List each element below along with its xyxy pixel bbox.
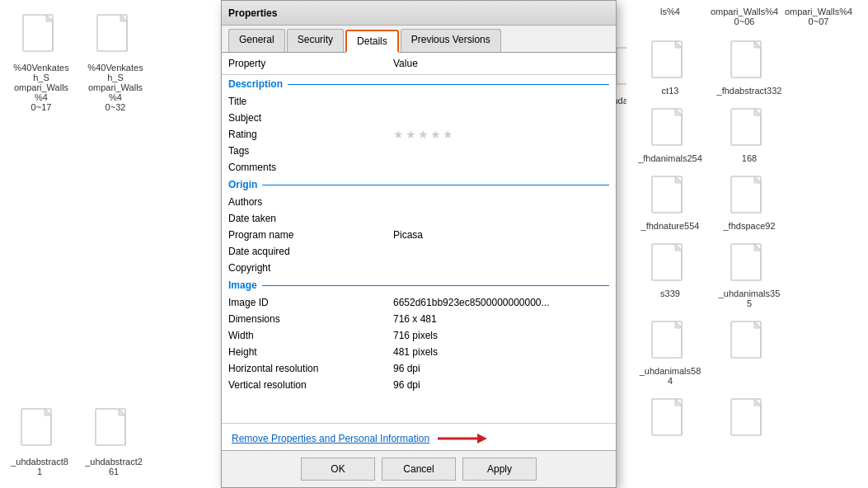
file-icon (21, 13, 61, 59)
properties-table[interactable]: Description Title Subject Rating ★ ★ ★ ★… (222, 75, 616, 423)
properties-dialog: Properties General Security Details Prev… (221, 0, 617, 488)
table-row[interactable]: Horizontal resolution 96 dpi (222, 360, 616, 377)
button-bar: OK Cancel Apply (222, 450, 616, 487)
table-row[interactable]: Height 481 pixels (222, 344, 616, 360)
list-item[interactable]: _uhdabstract81 (7, 402, 73, 481)
list-item[interactable]: _fhdnature554 (633, 171, 707, 234)
table-row[interactable]: Tags (222, 143, 616, 159)
list-item[interactable]: 168 (712, 104, 786, 167)
file-icon (730, 320, 769, 366)
file-icon (94, 407, 134, 453)
tab-security[interactable]: Security (287, 29, 344, 52)
table-row[interactable]: Width 716 pixels (222, 327, 616, 344)
dialog-title-bar: Properties (222, 1, 616, 26)
tab-general[interactable]: General (228, 29, 285, 52)
star-5[interactable]: ★ (443, 128, 453, 141)
star-1[interactable]: ★ (393, 128, 404, 141)
list-item[interactable]: _uhdanimals355 (712, 239, 786, 312)
tab-details[interactable]: Details (345, 30, 399, 53)
list-item[interactable]: _fhdabstract332 (712, 36, 786, 99)
list-item[interactable] (712, 317, 786, 389)
list-item[interactable]: _fhdanimals254 (633, 104, 707, 167)
table-row[interactable]: Title (222, 93, 616, 110)
file-icon (20, 407, 59, 453)
file-icon (650, 107, 690, 153)
table-row[interactable]: Authors (222, 194, 616, 210)
section-line (262, 185, 609, 185)
table-row[interactable]: Comments (222, 159, 616, 176)
file-icon (650, 397, 690, 443)
section-description: Description (222, 75, 616, 93)
list-item[interactable]: %40Venkatesh_Sompari_Walls%40~32 (82, 8, 148, 120)
table-row[interactable]: Rating ★ ★ ★ ★ ★ (222, 126, 616, 143)
list-item[interactable]: _fhdspace92 (712, 171, 786, 234)
list-item[interactable]: s339 (633, 239, 707, 312)
file-icon (730, 40, 769, 86)
svg-marker-37 (477, 434, 487, 443)
table-row[interactable]: Copyright (222, 260, 616, 276)
list-item[interactable] (633, 394, 707, 447)
dialog-title: Properties (228, 7, 277, 19)
table-header: Property Value (222, 53, 616, 75)
section-line (262, 285, 609, 286)
table-row[interactable]: Vertical resolution 96 dpi (222, 377, 616, 393)
dialog-content: Property Value Description Title Subject… (222, 53, 616, 450)
list-item[interactable]: %40Venkatesh_Sompari_Walls%40~17 (8, 8, 74, 120)
file-icon (650, 40, 690, 86)
tab-previous-versions[interactable]: Previous Versions (401, 29, 501, 52)
file-icon (730, 242, 769, 289)
table-row[interactable]: Date taken (222, 210, 616, 227)
column-property-header: Property (228, 58, 393, 69)
column-value-header: Value (393, 58, 609, 69)
star-3[interactable]: ★ (418, 128, 429, 141)
file-icon (730, 175, 769, 221)
table-row[interactable]: Subject (222, 110, 616, 126)
tabs-bar: General Security Details Previous Versio… (222, 26, 616, 53)
arrow-icon (438, 430, 487, 447)
table-row[interactable]: Dimensions 716 x 481 (222, 311, 616, 327)
cancel-button[interactable]: Cancel (382, 458, 456, 481)
section-image: Image (222, 276, 616, 294)
file-icon (650, 320, 690, 366)
star-2[interactable]: ★ (406, 128, 416, 141)
apply-button[interactable]: Apply (462, 458, 537, 481)
section-line (288, 84, 609, 85)
list-item[interactable]: ct13 (633, 36, 707, 99)
right-file-panel: ls%4 ompari_Walls%40~06 ompari_Walls%40~… (626, 0, 868, 488)
star-4[interactable]: ★ (430, 128, 441, 141)
table-row[interactable]: Program name Picasa (222, 227, 616, 243)
file-icon (96, 13, 135, 59)
table-row[interactable]: Image ID 6652d61bb923ec8500000000000... (222, 294, 616, 311)
list-item[interactable]: _uhdanimals584 (633, 317, 707, 389)
remove-properties-link[interactable]: Remove Properties and Personal Informati… (232, 433, 429, 444)
list-item[interactable]: _uhdabstract261 (81, 402, 147, 481)
dialog-footer: Remove Properties and Personal Informati… (222, 423, 616, 450)
table-row[interactable]: Date acquired (222, 243, 616, 260)
file-icon (650, 175, 690, 221)
ok-button[interactable]: OK (301, 458, 375, 481)
section-origin: Origin (222, 176, 616, 194)
file-icon (730, 397, 769, 443)
file-icon (730, 107, 769, 153)
list-item[interactable] (712, 394, 786, 447)
file-icon (650, 242, 690, 289)
